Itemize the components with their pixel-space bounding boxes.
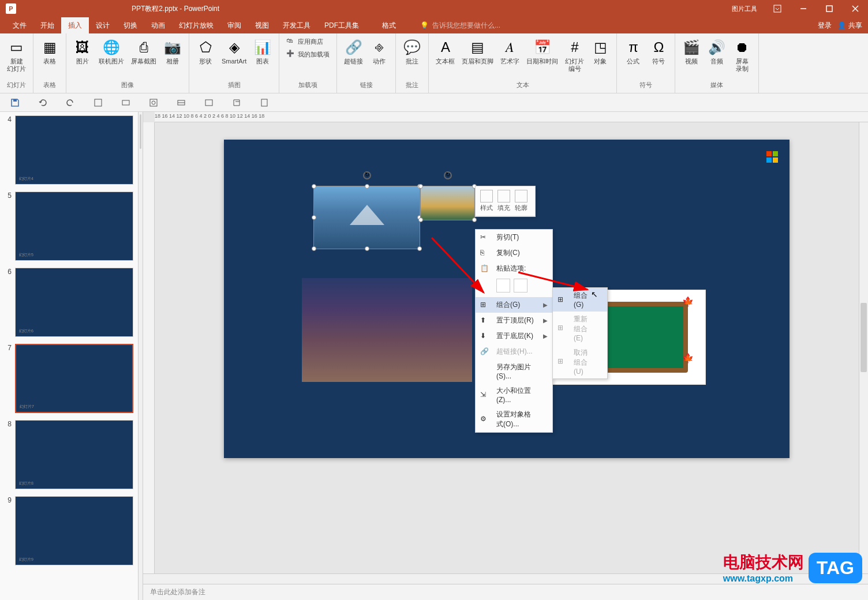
tab-开始[interactable]: 开始: [33, 17, 61, 34]
ctx-back[interactable]: ⬇置于底层(K)▶: [476, 328, 552, 344]
slide-thumb-5[interactable]: 5幻灯片5: [0, 188, 138, 264]
mini-填充[interactable]: 填充: [497, 190, 510, 212]
tab-开发工具[interactable]: 开发工具: [276, 17, 317, 34]
ribbon-btn-页眉和页脚[interactable]: ▤页眉和页脚: [459, 36, 496, 68]
ribbon-btn-音频[interactable]: 🔊音频: [705, 36, 728, 68]
slide-thumbnails-panel[interactable]: 4✻幻灯片45幻灯片56幻灯片67✻幻灯片78幻灯片89幻灯片9: [0, 112, 143, 600]
paste-option-1[interactable]: [496, 279, 510, 292]
ribbon-btn-新建幻灯片[interactable]: ▭新建 幻灯片: [5, 36, 28, 75]
tab-文件[interactable]: 文件: [6, 17, 33, 34]
mini-轮廓[interactable]: 轮廓: [515, 190, 527, 212]
tab-插入[interactable]: 插入: [61, 17, 89, 34]
ctx-group[interactable]: ⊞组合(G)▶: [476, 297, 552, 313]
paste-option-2[interactable]: [514, 279, 527, 292]
paste-options-row: [476, 276, 552, 297]
qat-btn-7[interactable]: [174, 96, 188, 110]
ctx-另存为图片(S)...[interactable]: 另存为图片(S)...: [476, 359, 552, 383]
tab-format[interactable]: 格式: [375, 17, 403, 34]
ribbon-btn-表格[interactable]: ▦表格: [38, 36, 61, 68]
ribbon-btn-联机图片[interactable]: 🌐联机图片: [96, 36, 126, 68]
thumbnails-scrollbar[interactable]: [138, 112, 143, 600]
redo-icon[interactable]: [63, 96, 77, 110]
qat-btn-10[interactable]: [257, 96, 271, 110]
ctx-paste[interactable]: 📋粘贴选项:: [476, 261, 552, 276]
app-icon: P: [6, 3, 16, 14]
selected-image-2[interactable]: [420, 186, 475, 220]
slide-thumb-9[interactable]: 9幻灯片9: [0, 493, 138, 569]
rotate-handle-icon[interactable]: [363, 171, 371, 179]
ribbon-btn-图表[interactable]: 📊图表: [251, 36, 274, 68]
轮廓-icon: [515, 190, 527, 202]
tab-切换[interactable]: 切换: [117, 17, 144, 34]
ribbon-btn-我的加载项[interactable]: ➕我的加载项: [284, 48, 332, 60]
tab-审阅[interactable]: 审阅: [220, 17, 248, 34]
ribbon-btn-形状[interactable]: ⬠形状: [194, 36, 217, 68]
tab-PDF工具集[interactable]: PDF工具集: [317, 17, 366, 34]
ctx-copy[interactable]: ⎘复制(C): [476, 245, 552, 261]
相册-icon: 📷: [163, 38, 182, 57]
menubar: 文件开始插入设计切换动画幻灯片放映审阅视图开发工具PDF工具集格式 💡 告诉我您…: [0, 17, 868, 33]
size-icon: ⇲: [480, 391, 489, 400]
ribbon-btn-符号[interactable]: Ω符号: [647, 36, 670, 68]
svg-rect-13: [261, 99, 267, 106]
slide-thumb-4[interactable]: 4✻幻灯片4: [0, 112, 138, 188]
tab-动画[interactable]: 动画: [144, 17, 172, 34]
qat-btn-9[interactable]: [230, 96, 244, 110]
ribbon-btn-日期和时间[interactable]: 📅日期和时间: [524, 36, 560, 68]
rotate-handle-icon[interactable]: [444, 171, 452, 179]
ribbon-btn-屏幕录制[interactable]: ⏺屏幕 录制: [731, 36, 754, 75]
canvas-scrollbar[interactable]: [859, 122, 868, 573]
save-icon[interactable]: [8, 96, 22, 110]
slide-canvas[interactable]: 🍁 🍁 🍁 🍁 样式填充轮廓 ✂剪切(T)⎘复制(C)📋粘贴选项:⊞组合(G)▶…: [155, 122, 859, 573]
ribbon: ▭新建 幻灯片幻灯片▦表格表格🖼图片🌐联机图片⎙屏幕截图📷相册图像⬠形状◈Sma…: [0, 33, 868, 93]
slide[interactable]: 🍁 🍁 🍁 🍁 样式填充轮廓 ✂剪切(T)⎘复制(C)📋粘贴选项:⊞组合(G)▶…: [224, 140, 790, 458]
ctx-size[interactable]: ⇲大小和位置(Z)...: [476, 383, 552, 407]
city-image[interactable]: [302, 278, 472, 382]
tab-视图[interactable]: 视图: [248, 17, 276, 34]
ribbon-btn-视频[interactable]: 🎬视频: [680, 36, 703, 68]
ribbon-btn-图片[interactable]: 🖼图片: [71, 36, 94, 68]
mini-样式[interactable]: 样式: [480, 190, 493, 212]
ribbon-group-链接: 🔗超链接⎆动作链接: [337, 33, 396, 93]
ribbon-options-icon[interactable]: [764, 0, 790, 17]
ribbon-btn-艺术字[interactable]: 𝐴艺术字: [498, 36, 522, 68]
qat-btn-5[interactable]: [119, 96, 133, 110]
chevron-right-icon: ▶: [543, 302, 548, 308]
ribbon-btn-批注[interactable]: 💬批注: [401, 36, 424, 68]
qat-btn-4[interactable]: [91, 96, 105, 110]
tab-设计[interactable]: 设计: [89, 17, 117, 34]
ribbon-group-批注: 💬批注批注: [396, 33, 429, 93]
slide-thumb-6[interactable]: 6幻灯片6: [0, 264, 138, 340]
ctx-cut[interactable]: ✂剪切(T): [476, 230, 552, 245]
应用商店-icon: 🛍: [286, 37, 295, 46]
sub-group[interactable]: ⊞组合(G): [553, 288, 607, 312]
minimize-icon[interactable]: [790, 0, 816, 17]
close-icon[interactable]: [842, 0, 868, 17]
ribbon-btn-对象[interactable]: ◳对象: [589, 36, 612, 68]
我的加载项-icon: ➕: [286, 50, 295, 59]
qat-btn-8[interactable]: [202, 96, 216, 110]
ctx-front[interactable]: ⬆置于顶层(R)▶: [476, 313, 552, 328]
share-button[interactable]: 👤共享: [837, 21, 862, 31]
slide-thumb-8[interactable]: 8幻灯片8: [0, 417, 138, 493]
ribbon-btn-动作[interactable]: ⎆动作: [368, 36, 391, 68]
qat-btn-6[interactable]: [147, 96, 160, 110]
ribbon-btn-幻灯片编号[interactable]: #幻灯片 编号: [563, 36, 586, 75]
ribbon-btn-相册[interactable]: 📷相册: [161, 36, 184, 68]
maximize-icon[interactable]: [816, 0, 842, 17]
tab-幻灯片放映[interactable]: 幻灯片放映: [172, 17, 220, 34]
undo-icon[interactable]: [36, 96, 50, 110]
ribbon-btn-文本框[interactable]: A文本框: [433, 36, 457, 68]
notes-pane[interactable]: 单击此处添加备注: [143, 584, 868, 600]
selected-image-1[interactable]: [313, 186, 420, 249]
ribbon-btn-屏幕截图[interactable]: ⎙屏幕截图: [129, 36, 159, 68]
ribbon-btn-公式[interactable]: π公式: [622, 36, 645, 68]
ctx-format[interactable]: ⚙设置对象格式(O)...: [476, 407, 552, 432]
slide-thumb-7[interactable]: 7✻幻灯片7: [0, 340, 138, 417]
ribbon-btn-SmartArt[interactable]: ◈SmartArt: [219, 36, 249, 68]
ribbon-btn-应用商店[interactable]: 🛍应用商店: [284, 36, 332, 47]
屏幕截图-icon: ⎙: [134, 38, 153, 57]
tell-me-box[interactable]: 💡 告诉我您想要做什么...: [420, 21, 500, 31]
login-link[interactable]: 登录: [818, 21, 832, 31]
ribbon-btn-超链接[interactable]: 🔗超链接: [342, 36, 365, 68]
